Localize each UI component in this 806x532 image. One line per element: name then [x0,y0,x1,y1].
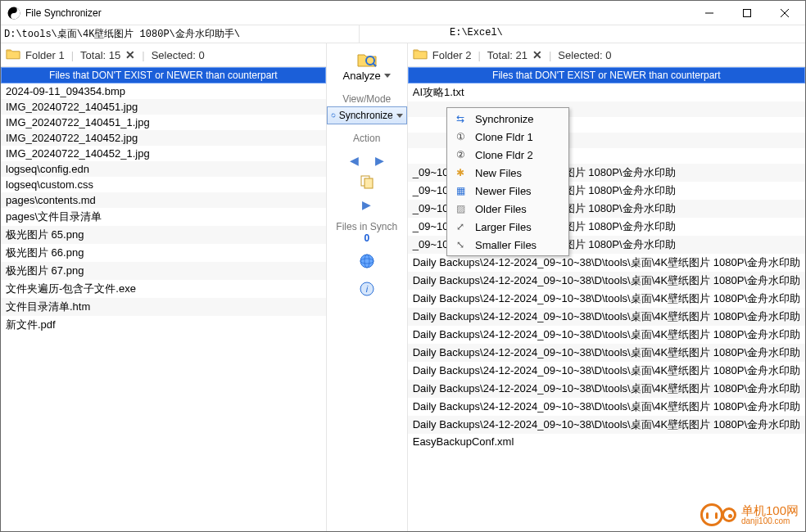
action-label: Action [353,133,380,144]
minimize-button[interactable] [691,1,728,25]
menu-item-icon: ▦ [454,184,467,197]
files-in-synch-count: 0 [364,232,369,244]
path-gap [360,25,446,43]
file-row[interactable]: Daily Backups\24-12-2024_09~10~38\D\tool… [408,380,805,398]
watermark-logo-icon [700,503,723,526]
menu-item[interactable]: ⇆Synchronize [449,110,567,128]
watermark-logo-icon [722,507,736,522]
file-row[interactable]: 极光图片 67.png [1,262,326,280]
file-row[interactable]: IMG_20240722_140451_1.jpg [1,115,326,130]
close-button[interactable] [766,1,804,25]
folder1-selected: Selected: 0 [152,49,205,61]
info-icon[interactable]: i [360,272,374,300]
file-row[interactable]: logseq\config.edn [1,161,326,177]
menu-item[interactable]: ▨Older Files [449,200,567,218]
menu-item-icon: ⤢ [454,220,467,233]
menu-item[interactable]: ▦Newer Files [449,182,567,200]
chevron-down-icon [396,114,403,118]
file-row[interactable]: IMG_20240722_140451.jpg [1,99,326,115]
menu-item-icon: ⤡ [454,238,467,251]
file-row[interactable]: IMG_20240722_140452.jpg [1,130,326,146]
file-row[interactable]: logseq\custom.css [1,177,326,192]
file-row[interactable]: 文件夹遍历-包含子文件.exe [1,280,326,298]
window-title: File Synchronizer [25,7,691,19]
menu-item-icon: ✱ [454,166,467,179]
svg-point-11 [360,255,374,268]
folder-icon[interactable] [413,47,428,62]
play-icon[interactable]: ▶ [362,198,371,211]
file-row[interactable]: Daily Backups\24-12-2024_09~10~38\D\tool… [408,416,805,434]
view-mode-label: View/Mode [342,93,391,105]
menu-item[interactable]: ⤢Larger Files [449,218,567,236]
watermark: 单机100网 danji100.com [700,503,799,526]
file-row[interactable]: EasyBackupConf.xml [408,434,805,449]
middle-panel: Analyze View/Mode Synchronize Action ◀ ▶… [326,43,408,531]
globe-icon[interactable] [360,244,374,272]
menu-item-label: Older Files [475,203,527,215]
folder1-name: Folder 1 [25,49,65,61]
left-list-header: Files that DON'T EXIST or NEWER than cou… [1,67,326,83]
file-row[interactable]: Daily Backups\24-12-2024_09~10~38\D\tool… [408,398,805,416]
menu-item-icon: ① [454,130,467,143]
menu-item-icon: ② [454,148,467,161]
file-row[interactable]: Daily Backups\24-12-2024_09~10~38\D\tool… [408,308,805,326]
folder2-bar: Folder 2 | Total: 21 ✕ | Selected: 0 [408,43,805,67]
clear-icon[interactable]: ✕ [532,48,542,61]
menu-item-label: Clone Fldr 2 [475,149,533,161]
menu-item[interactable]: ②Clone Fldr 2 [449,146,567,164]
file-row[interactable]: Daily Backups\24-12-2024_09~10~38\D\tool… [408,254,805,272]
menu-item[interactable]: ✱New Files [449,164,567,182]
file-row[interactable]: IMG_20240722_140452_1.jpg [1,146,326,161]
menu-item-label: Synchronize [475,113,534,125]
svg-point-1 [13,9,15,11]
file-row[interactable]: Daily Backups\24-12-2024_09~10~38\D\tool… [408,344,805,362]
files-in-synch-label: Files in Synch [336,221,397,232]
file-row[interactable]: 极光图片 65.png [1,226,326,244]
menu-item-label: Smaller Files [475,239,537,251]
menu-item-label: Newer Files [475,185,532,197]
file-row[interactable]: AI攻略1.txt [408,83,805,101]
menu-item[interactable]: ⤡Smaller Files [449,236,567,254]
menu-item-icon: ⇆ [454,112,467,125]
synchronize-menu[interactable]: ⇆Synchronize①Clone Fldr 1②Clone Fldr 2✱N… [446,107,569,256]
svg-rect-4 [744,9,751,16]
file-row[interactable]: Daily Backups\24-12-2024_09~10~38\D\tool… [408,362,805,380]
right-list-header: Files that DON'T EXIST or NEWER than cou… [408,67,805,83]
file-row[interactable]: 文件目录清单.htm [1,298,326,316]
folder1-total: Total: 15 [80,49,120,61]
copy-icon[interactable] [359,167,375,193]
menu-item-label: Larger Files [475,221,532,233]
sync-icon [331,110,336,121]
window-titlebar: File Synchronizer [1,1,805,25]
analyze-icon [356,50,378,68]
file-row[interactable]: pages\文件目录清单 [1,208,326,226]
folder-icon[interactable] [6,47,20,62]
folder1-bar: Folder 1 | Total: 15 ✕ | Selected: 0 [1,43,326,67]
file-row[interactable]: Daily Backups\24-12-2024_09~10~38\D\tool… [408,326,805,344]
svg-point-2 [13,15,15,16]
paths-row: D:\tools\桌面\4K壁纸图片 1080P\金舟水印助手\ E:\Exce… [1,25,805,43]
clear-icon[interactable]: ✕ [125,48,135,61]
path-left[interactable]: D:\tools\桌面\4K壁纸图片 1080P\金舟水印助手\ [1,25,360,43]
left-panel: Folder 1 | Total: 15 ✕ | Selected: 0 Fil… [1,43,326,531]
menu-item-icon: ▨ [454,202,467,215]
file-row[interactable]: Daily Backups\24-12-2024_09~10~38\D\tool… [408,290,805,308]
maximize-button[interactable] [728,1,766,25]
file-row[interactable]: Daily Backups\24-12-2024_09~10~38\D\tool… [408,272,805,290]
main-area: Folder 1 | Total: 15 ✕ | Selected: 0 Fil… [1,43,805,531]
folder2-selected: Selected: 0 [558,49,611,61]
path-right[interactable]: E:\Excel\ [446,25,805,43]
chevron-down-icon [384,74,391,78]
menu-item[interactable]: ①Clone Fldr 1 [449,128,567,146]
file-row[interactable]: 新文件.pdf [1,316,326,334]
folder2-name: Folder 2 [432,49,472,61]
arrow-left-icon[interactable]: ◀ [350,154,359,167]
arrow-right-icon[interactable]: ▶ [375,154,384,167]
left-file-list[interactable]: 2024-09-11_094354.bmpIMG_20240722_140451… [1,83,326,531]
menu-item-label: New Files [475,167,522,179]
file-row[interactable]: pages\contents.md [1,192,326,208]
file-row[interactable]: 2024-09-11_094354.bmp [1,83,326,99]
analyze-button[interactable]: Analyze [330,47,404,85]
file-row[interactable]: 极光图片 66.png [1,244,326,262]
synchronize-dropdown[interactable]: Synchronize [327,106,407,124]
